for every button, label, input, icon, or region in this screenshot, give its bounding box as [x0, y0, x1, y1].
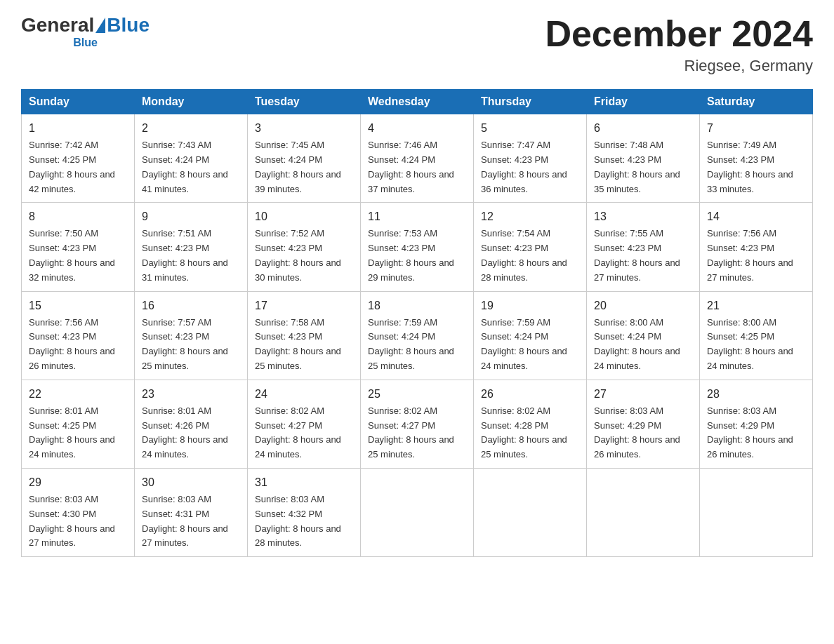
- day-number: 21: [707, 297, 805, 314]
- day-info: Sunrise: 8:01 AMSunset: 4:26 PMDaylight:…: [142, 405, 228, 459]
- logo: General Blue Blue: [21, 14, 150, 49]
- title-block: December 2024 Riegsee, Germany: [545, 14, 813, 75]
- day-number: 4: [368, 120, 466, 137]
- day-info: Sunrise: 8:00 AMSunset: 4:24 PMDaylight:…: [594, 317, 680, 371]
- calendar-cell: 19 Sunrise: 7:59 AMSunset: 4:24 PMDaylig…: [474, 291, 587, 380]
- day-number: 15: [29, 297, 127, 314]
- logo-general: General: [21, 14, 94, 36]
- logo-text: General Blue: [21, 14, 150, 36]
- day-info: Sunrise: 8:03 AMSunset: 4:29 PMDaylight:…: [594, 405, 680, 459]
- day-of-week-monday: Monday: [135, 90, 248, 114]
- day-number: 7: [707, 120, 805, 137]
- day-info: Sunrise: 7:46 AMSunset: 4:24 PMDaylight:…: [368, 140, 454, 194]
- page: General Blue Blue December 2024 Riegsee,…: [0, 0, 834, 571]
- day-info: Sunrise: 7:51 AMSunset: 4:23 PMDaylight:…: [142, 228, 228, 282]
- day-info: Sunrise: 7:50 AMSunset: 4:23 PMDaylight:…: [29, 228, 115, 282]
- day-number: 11: [368, 208, 466, 225]
- day-number: 16: [142, 297, 240, 314]
- calendar-week-row: 8 Sunrise: 7:50 AMSunset: 4:23 PMDayligh…: [22, 203, 813, 291]
- calendar-cell: 18 Sunrise: 7:59 AMSunset: 4:24 PMDaylig…: [361, 291, 474, 380]
- day-of-week-saturday: Saturday: [700, 90, 813, 114]
- day-number: 18: [368, 297, 466, 314]
- calendar-cell: 28 Sunrise: 8:03 AMSunset: 4:29 PMDaylig…: [700, 380, 813, 468]
- logo-subtitle: Blue: [21, 36, 150, 49]
- day-info: Sunrise: 8:00 AMSunset: 4:25 PMDaylight:…: [707, 317, 793, 371]
- day-number: 31: [255, 474, 353, 491]
- day-info: Sunrise: 8:03 AMSunset: 4:32 PMDaylight:…: [255, 494, 341, 548]
- calendar-week-row: 29 Sunrise: 8:03 AMSunset: 4:30 PMDaylig…: [22, 468, 813, 556]
- day-info: Sunrise: 7:52 AMSunset: 4:23 PMDaylight:…: [255, 228, 341, 282]
- calendar-cell: 24 Sunrise: 8:02 AMSunset: 4:27 PMDaylig…: [248, 380, 361, 468]
- day-number: 9: [142, 208, 240, 225]
- day-number: 19: [481, 297, 579, 314]
- day-info: Sunrise: 7:47 AMSunset: 4:23 PMDaylight:…: [481, 140, 567, 194]
- calendar-cell: 5 Sunrise: 7:47 AMSunset: 4:23 PMDayligh…: [474, 114, 587, 203]
- calendar-cell: [587, 468, 700, 556]
- day-info: Sunrise: 7:57 AMSunset: 4:23 PMDaylight:…: [142, 317, 228, 371]
- calendar-cell: 27 Sunrise: 8:03 AMSunset: 4:29 PMDaylig…: [587, 380, 700, 468]
- day-info: Sunrise: 7:54 AMSunset: 4:23 PMDaylight:…: [481, 228, 567, 282]
- day-number: 6: [594, 120, 692, 137]
- calendar-cell: 15 Sunrise: 7:56 AMSunset: 4:23 PMDaylig…: [22, 291, 135, 380]
- calendar-week-row: 1 Sunrise: 7:42 AMSunset: 4:25 PMDayligh…: [22, 114, 813, 203]
- day-info: Sunrise: 8:02 AMSunset: 4:28 PMDaylight:…: [481, 405, 567, 459]
- calendar-cell: [700, 468, 813, 556]
- calendar-cell: 30 Sunrise: 8:03 AMSunset: 4:31 PMDaylig…: [135, 468, 248, 556]
- calendar-cell: 25 Sunrise: 8:02 AMSunset: 4:27 PMDaylig…: [361, 380, 474, 468]
- day-info: Sunrise: 7:48 AMSunset: 4:23 PMDaylight:…: [594, 140, 680, 194]
- day-number: 10: [255, 208, 353, 225]
- day-info: Sunrise: 7:58 AMSunset: 4:23 PMDaylight:…: [255, 317, 341, 371]
- day-number: 13: [594, 208, 692, 225]
- calendar-cell: 13 Sunrise: 7:55 AMSunset: 4:23 PMDaylig…: [587, 203, 700, 291]
- day-number: 24: [255, 386, 353, 403]
- day-info: Sunrise: 7:56 AMSunset: 4:23 PMDaylight:…: [29, 317, 115, 371]
- day-info: Sunrise: 7:45 AMSunset: 4:24 PMDaylight:…: [255, 140, 341, 194]
- calendar-cell: 3 Sunrise: 7:45 AMSunset: 4:24 PMDayligh…: [248, 114, 361, 203]
- calendar-cell: 31 Sunrise: 8:03 AMSunset: 4:32 PMDaylig…: [248, 468, 361, 556]
- calendar-cell: [361, 468, 474, 556]
- day-info: Sunrise: 8:01 AMSunset: 4:25 PMDaylight:…: [29, 405, 115, 459]
- calendar-cell: 6 Sunrise: 7:48 AMSunset: 4:23 PMDayligh…: [587, 114, 700, 203]
- day-of-week-sunday: Sunday: [22, 90, 135, 114]
- logo-triangle-icon: [95, 18, 105, 33]
- calendar-cell: 8 Sunrise: 7:50 AMSunset: 4:23 PMDayligh…: [22, 203, 135, 291]
- calendar-cell: 12 Sunrise: 7:54 AMSunset: 4:23 PMDaylig…: [474, 203, 587, 291]
- calendar-cell: 11 Sunrise: 7:53 AMSunset: 4:23 PMDaylig…: [361, 203, 474, 291]
- calendar-cell: 1 Sunrise: 7:42 AMSunset: 4:25 PMDayligh…: [22, 114, 135, 203]
- day-number: 27: [594, 386, 692, 403]
- day-number: 30: [142, 474, 240, 491]
- day-info: Sunrise: 7:55 AMSunset: 4:23 PMDaylight:…: [594, 228, 680, 282]
- day-info: Sunrise: 7:53 AMSunset: 4:23 PMDaylight:…: [368, 228, 454, 282]
- calendar-cell: 7 Sunrise: 7:49 AMSunset: 4:23 PMDayligh…: [700, 114, 813, 203]
- day-number: 22: [29, 386, 127, 403]
- calendar-cell: 9 Sunrise: 7:51 AMSunset: 4:23 PMDayligh…: [135, 203, 248, 291]
- calendar-cell: 21 Sunrise: 8:00 AMSunset: 4:25 PMDaylig…: [700, 291, 813, 380]
- calendar-cell: 29 Sunrise: 8:03 AMSunset: 4:30 PMDaylig…: [22, 468, 135, 556]
- day-number: 29: [29, 474, 127, 491]
- calendar-cell: [474, 468, 587, 556]
- calendar-cell: 2 Sunrise: 7:43 AMSunset: 4:24 PMDayligh…: [135, 114, 248, 203]
- calendar-cell: 26 Sunrise: 8:02 AMSunset: 4:28 PMDaylig…: [474, 380, 587, 468]
- day-of-week-tuesday: Tuesday: [248, 90, 361, 114]
- day-number: 3: [255, 120, 353, 137]
- calendar-cell: 14 Sunrise: 7:56 AMSunset: 4:23 PMDaylig…: [700, 203, 813, 291]
- day-of-week-friday: Friday: [587, 90, 700, 114]
- day-number: 1: [29, 120, 127, 137]
- day-info: Sunrise: 7:42 AMSunset: 4:25 PMDaylight:…: [29, 140, 115, 194]
- calendar-cell: 17 Sunrise: 7:58 AMSunset: 4:23 PMDaylig…: [248, 291, 361, 380]
- day-of-week-wednesday: Wednesday: [361, 90, 474, 114]
- month-title: December 2024: [545, 14, 813, 54]
- day-info: Sunrise: 7:43 AMSunset: 4:24 PMDaylight:…: [142, 140, 228, 194]
- calendar-week-row: 22 Sunrise: 8:01 AMSunset: 4:25 PMDaylig…: [22, 380, 813, 468]
- day-of-week-thursday: Thursday: [474, 90, 587, 114]
- day-info: Sunrise: 8:02 AMSunset: 4:27 PMDaylight:…: [255, 405, 341, 459]
- location: Riegsee, Germany: [545, 57, 813, 75]
- day-number: 25: [368, 386, 466, 403]
- day-info: Sunrise: 8:02 AMSunset: 4:27 PMDaylight:…: [368, 405, 454, 459]
- calendar-cell: 4 Sunrise: 7:46 AMSunset: 4:24 PMDayligh…: [361, 114, 474, 203]
- day-info: Sunrise: 7:59 AMSunset: 4:24 PMDaylight:…: [368, 317, 454, 371]
- day-number: 8: [29, 208, 127, 225]
- day-number: 5: [481, 120, 579, 137]
- day-number: 12: [481, 208, 579, 225]
- day-number: 20: [594, 297, 692, 314]
